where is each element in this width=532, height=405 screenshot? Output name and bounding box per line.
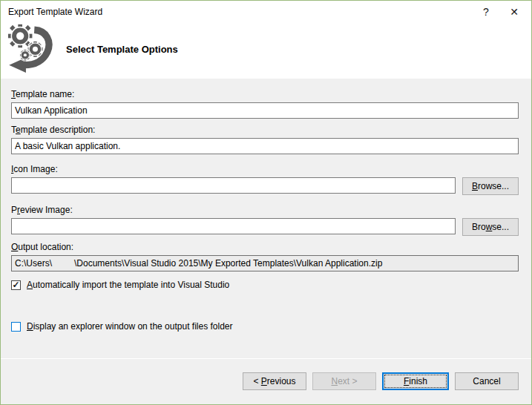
cancel-button[interactable]: Cancel xyxy=(455,372,519,390)
preview-image-input[interactable] xyxy=(11,218,456,234)
auto-import-label[interactable]: Automatically import the template into V… xyxy=(27,280,229,290)
wizard-header: Select Template Options xyxy=(1,23,531,79)
auto-import-checkbox[interactable]: ✓ xyxy=(11,280,21,290)
output-location-value: C:\Users\ \Documents\Visual Studio 2015\… xyxy=(11,255,519,271)
help-icon[interactable]: ? xyxy=(472,1,500,23)
template-name-label: Template name: xyxy=(11,89,519,101)
export-template-gears-icon xyxy=(4,22,53,74)
previous-button[interactable]: < Previous xyxy=(243,372,306,390)
button-bar: < Previous Next > Finish Cancel xyxy=(1,358,531,404)
preview-image-label: Preview Image: xyxy=(11,205,519,217)
explorer-window-row: ✓ Display an explorer window on the outp… xyxy=(11,321,519,332)
title-bar: Export Template Wizard ? ✕ xyxy=(1,1,531,23)
icon-image-input[interactable] xyxy=(11,177,456,194)
window-title: Export Template Wizard xyxy=(1,7,472,17)
explorer-window-label[interactable]: Display an explorer window on the output… xyxy=(27,321,233,332)
template-description-label: Template description: xyxy=(11,125,519,136)
finish-button[interactable]: Finish xyxy=(382,372,449,390)
icon-image-row: Browse... xyxy=(11,177,519,195)
close-icon[interactable]: ✕ xyxy=(500,1,528,23)
preview-image-browse-button[interactable]: Browse... xyxy=(462,218,519,236)
next-button: Next > xyxy=(312,372,376,390)
icon-image-browse-button[interactable]: Browse... xyxy=(462,177,519,195)
preview-image-row: Browse... xyxy=(11,218,519,236)
export-template-wizard-dialog: Export Template Wizard ? ✕ xyxy=(0,0,532,405)
auto-import-row: ✓ Automatically import the template into… xyxy=(11,280,519,290)
explorer-window-checkbox[interactable]: ✓ xyxy=(11,322,21,332)
template-description-input[interactable] xyxy=(11,138,519,154)
form-body: Template name: Template description: Ico… xyxy=(1,79,531,358)
output-location-label: Output location: xyxy=(11,242,519,254)
icon-image-label: Icon Image: xyxy=(11,164,519,176)
template-name-input[interactable] xyxy=(11,102,519,119)
check-icon: ✓ xyxy=(12,281,19,289)
